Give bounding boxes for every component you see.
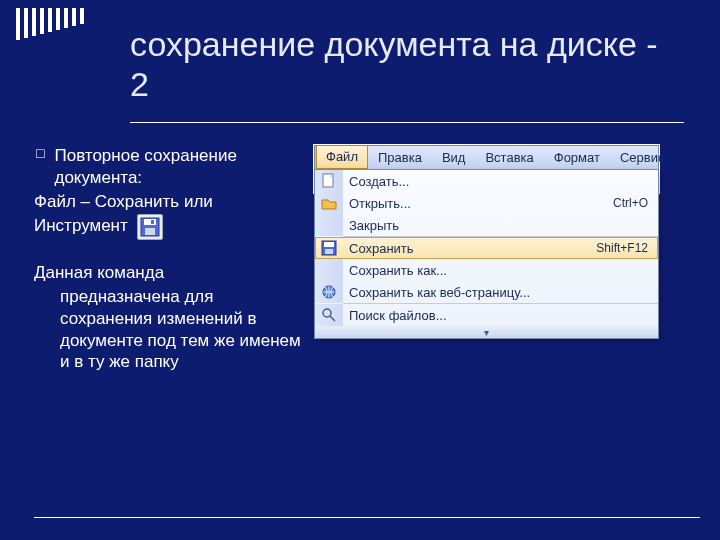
menu-edit[interactable]: Правка [368,146,432,169]
saveweb-icon [315,281,343,303]
bullet-text: Повторное сохранение документа: [54,145,302,189]
menu-bar: Файл Правка Вид Вставка Формат Сервис [315,146,658,170]
line-instrument: Инструмент [34,214,302,240]
menu-item-label: Сохранить как... [349,263,648,278]
menu-item-label: Открыть... [349,196,613,211]
save-disk-icon [137,214,163,240]
save-icon [315,237,343,259]
blank-icon [315,259,343,281]
blank-icon [315,214,343,236]
menu-insert[interactable]: Вставка [475,146,543,169]
open-icon [315,192,343,214]
file-menu-dropdown: Создать...Открыть...Ctrl+OЗакрытьСохрани… [314,169,659,339]
menu-item-saveweb[interactable]: Сохранить как веб-страницу... [315,281,658,303]
menu-item-shortcut: Shift+F12 [596,241,648,255]
menu-item-save[interactable]: СохранитьShift+F12 [315,237,658,259]
line-file-save: Файл – Сохранить или [34,191,302,213]
menu-item-new[interactable]: Создать... [315,170,658,192]
paragraph2-rest: предназначена для сохранения изменений в… [34,286,302,373]
menu-item-search[interactable]: Поиск файлов... [315,304,658,326]
menu-format[interactable]: Формат [544,146,610,169]
menu-item-label: Создать... [349,174,648,189]
bullet-icon: □ [36,145,44,189]
slide-title: сохранение документа на диске - 2 [130,24,684,104]
decorative-bars [16,8,84,40]
right-screenshot-column: Файл Правка Вид Вставка Формат Сервис Со… [314,145,700,477]
svg-line-11 [330,316,335,321]
svg-rect-1 [144,219,156,225]
paragraph2-line1: Данная команда [34,262,302,284]
content-area: □ Повторное сохранение документа: Файл –… [34,145,700,518]
menu-item-open[interactable]: Открыть...Ctrl+O [315,192,658,214]
title-area: сохранение документа на диске - 2 [130,24,684,123]
menu-item-label: Закрыть [349,218,648,233]
svg-rect-2 [145,228,155,235]
menu-file[interactable]: Файл [316,146,368,169]
menu-item-label: Сохранить [349,241,596,256]
menu-item-item5[interactable]: Сохранить как... [315,259,658,281]
app-window-wrap: Файл Правка Вид Вставка Формат Сервис Со… [314,145,700,193]
menu-item-label: Сохранить как веб-страницу... [349,285,648,300]
search-icon [315,304,343,326]
svg-point-10 [323,309,331,317]
new-icon [315,170,343,192]
menu-tools[interactable]: Сервис [610,146,675,169]
menu-item-shortcut: Ctrl+O [613,196,648,210]
menu-expand-chevron[interactable]: ▾ [315,326,658,338]
menu-item-item2[interactable]: Закрыть [315,214,658,236]
menu-item-label: Поиск файлов... [349,308,648,323]
menu-view[interactable]: Вид [432,146,476,169]
svg-rect-3 [151,220,154,224]
svg-rect-7 [324,242,334,247]
svg-rect-8 [325,249,333,254]
left-text-column: □ Повторное сохранение документа: Файл –… [34,145,302,477]
